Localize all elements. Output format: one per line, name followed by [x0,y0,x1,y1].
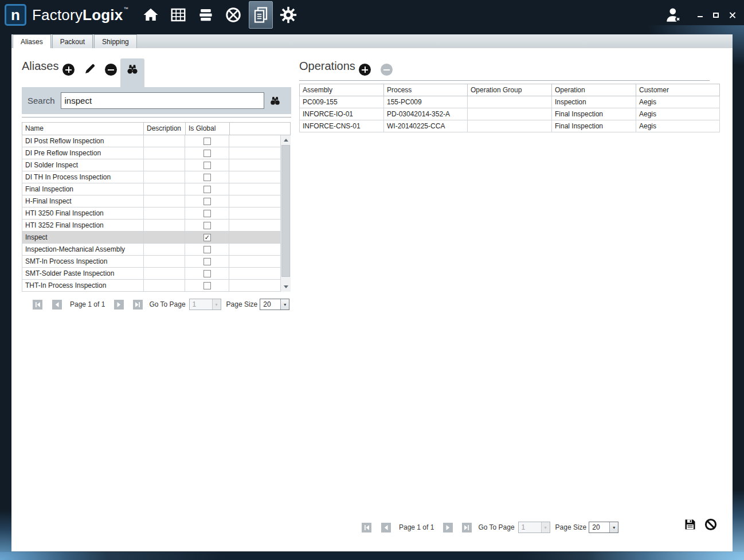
materials-stack-icon[interactable] [194,1,218,29]
column-header-assembly[interactable]: Assembly [300,84,384,96]
go-to-page-value: 1 [190,299,212,310]
is-global-checkbox[interactable] [203,210,211,217]
home-icon[interactable] [139,1,163,29]
first-page-button[interactable] [362,523,371,532]
alias-is-global-cell [185,207,229,220]
search-input[interactable] [61,92,264,109]
maximize-button[interactable] [711,10,721,20]
aliases-table-body: DI Post Reflow InspectionDI Pre Reflow I… [22,135,281,292]
go-to-page-input[interactable]: 1 ▾ [189,299,221,310]
operations-panel: Operations Assembly Process Operation Gr… [299,48,720,551]
next-page-button[interactable] [114,300,124,310]
scrollbar-thumb[interactable] [281,145,290,277]
alias-row[interactable]: Final Inspection [22,183,281,195]
scroll-up-button[interactable] [281,135,291,145]
is-global-checkbox[interactable] [203,282,211,289]
operation-row[interactable]: INFORCE-CNS-01WI-20140225-CCAFinal Inspe… [300,120,720,132]
brand-bold: Logix [83,6,123,24]
find-binoculars-icon[interactable] [126,63,139,76]
logistics-disc-icon[interactable] [221,1,245,29]
is-global-checkbox[interactable] [203,246,211,253]
alias-name-cell: DI Pre Reflow Inspection [22,147,144,159]
go-to-page-input[interactable]: 1 ▾ [518,522,550,533]
operation-row[interactable]: PC009-155155-PC009InspectionAegis [300,96,720,108]
column-header-customer[interactable]: Customer [636,84,720,96]
is-global-checkbox[interactable] [203,222,211,229]
page-size-select[interactable]: 20 ▾ [260,299,289,310]
production-documents-icon[interactable] [249,1,273,29]
alias-row[interactable]: H-Final Inspect [22,195,281,207]
page-size-select[interactable]: 20 ▾ [589,522,618,533]
settings-gear-icon[interactable] [276,1,300,29]
operation-operation-cell: Inspection [552,96,636,108]
first-page-button[interactable] [33,300,42,310]
alias-name-cell: HTI 3250 Final Inspection [22,207,144,220]
alias-row[interactable]: DI Post Reflow Inspection [22,135,281,147]
alias-row[interactable]: SMT-Solder Paste Inspection [22,268,281,280]
alias-row[interactable]: Inspection-Mechanical Assembly [22,244,281,256]
remove-operation-button[interactable] [381,64,393,76]
aliases-scrollbar[interactable] [281,135,291,292]
add-operation-button[interactable] [359,64,371,76]
is-global-checkbox[interactable]: ✓ [203,234,211,241]
column-header-name[interactable]: Name [22,123,144,135]
is-global-checkbox[interactable] [203,150,211,157]
page-size-label: Page Size [226,300,258,308]
column-header-is-global[interactable]: Is Global [186,123,230,135]
search-label: Search [28,96,55,105]
tab-shipping[interactable]: Shipping [94,34,137,48]
is-global-checkbox[interactable] [203,198,211,205]
column-header-operation[interactable]: Operation [552,84,636,96]
is-global-checkbox[interactable] [203,174,211,181]
logo-letter: n [11,7,20,22]
tab-aliases[interactable]: Aliases [13,34,51,48]
tab-packout[interactable]: Packout [52,34,93,48]
minimize-button[interactable] [695,10,705,20]
previous-page-button[interactable] [52,300,62,310]
operations-table-header: Assembly Process Operation Group Operati… [299,84,720,96]
npi-grid-icon[interactable] [166,1,190,29]
operation-customer-cell: Aegis [636,96,720,108]
close-button[interactable] [727,10,737,20]
operation-customer-cell: Aegis [636,108,720,120]
is-global-checkbox[interactable] [203,258,211,265]
operation-group-cell [468,108,552,120]
alias-row[interactable]: DI TH In Process Inspection [22,171,281,183]
save-floppy-icon[interactable] [684,519,696,530]
alias-row[interactable]: DI Solder Inspect [22,159,281,171]
content-area: Aliases Search Name Descri [11,48,733,551]
operations-title: Operations [299,60,355,73]
next-page-button[interactable] [443,523,453,532]
remove-alias-button[interactable] [105,64,117,76]
operation-row[interactable]: INFORCE-IO-01PD-03042014-352-AFinal Insp… [300,108,720,120]
is-global-checkbox[interactable] [203,186,211,193]
edit-alias-pencil-icon[interactable] [84,63,96,75]
is-global-checkbox[interactable] [203,270,211,277]
last-page-button[interactable] [462,523,472,532]
scroll-down-button[interactable] [281,282,291,292]
search-binoculars-icon[interactable] [268,95,282,107]
last-page-button[interactable] [133,300,143,310]
cancel-icon[interactable] [704,518,717,531]
alias-row[interactable]: DI Pre Reflow Inspection [22,147,281,159]
alias-row[interactable]: Inspect✓ [22,232,281,244]
go-to-page-dropdown-icon: ▾ [212,299,221,310]
previous-page-button[interactable] [381,523,391,532]
column-header-description[interactable]: Description [144,123,186,135]
alias-description-cell [144,256,186,268]
alias-is-global-cell [185,244,229,256]
column-header-operation-group[interactable]: Operation Group [468,84,552,96]
is-global-checkbox[interactable] [203,138,211,145]
column-header-process[interactable]: Process [384,84,468,96]
user-icon[interactable] [665,7,682,22]
window-controls [695,10,737,20]
alias-row[interactable]: THT-In Process Inspection [22,280,281,292]
add-alias-button[interactable] [62,64,75,76]
is-global-checkbox[interactable] [203,162,211,169]
alias-description-cell [144,135,186,147]
alias-row[interactable]: SMT-In Process Inspection [22,256,281,268]
alias-row[interactable]: HTI 3252 Final Inspection [22,220,281,232]
operation-customer-cell: Aegis [636,120,720,132]
alias-row[interactable]: HTI 3250 Final Inspection [22,207,281,220]
column-header-blank [230,123,291,135]
